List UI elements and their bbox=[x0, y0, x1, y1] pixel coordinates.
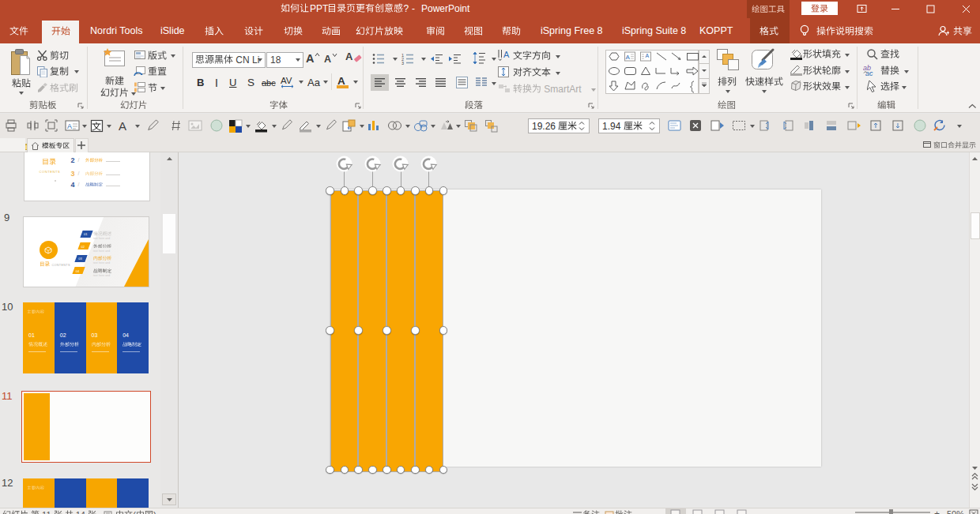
svg-text:A: A bbox=[503, 50, 510, 59]
svg-text:3: 3 bbox=[401, 61, 404, 66]
svg-text:A: A bbox=[119, 119, 126, 133]
svg-text:A: A bbox=[67, 122, 72, 130]
svg-text:A: A bbox=[645, 53, 649, 58]
svg-text:A: A bbox=[625, 54, 630, 61]
